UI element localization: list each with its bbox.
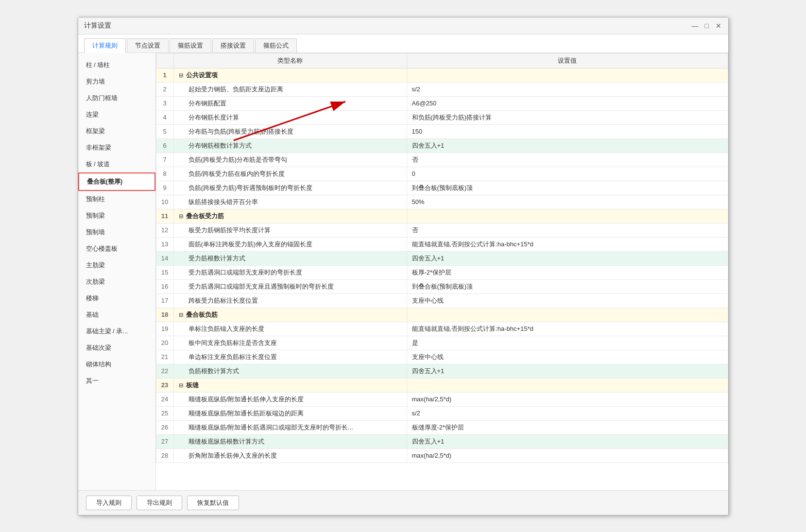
table-row[interactable]: 18 ⊟叠合板负筋 xyxy=(156,308,728,322)
row-value[interactable]: 四舍五入+1 xyxy=(407,138,728,153)
row-value[interactable]: 四舍五入+1 xyxy=(407,364,728,378)
row-value[interactable]: 0 xyxy=(407,167,728,181)
collapse-icon[interactable]: ⊟ xyxy=(179,72,183,78)
table-row[interactable]: 16 受力筋遇洞口或端部无支座且遇预制板时的弯折长度 到叠合板(预制底板)顶 xyxy=(156,279,728,293)
table-row[interactable]: 10 纵筋搭接接头错开百分率 50% xyxy=(156,195,728,209)
collapse-icon[interactable]: ⊟ xyxy=(179,382,183,388)
row-num: 17 xyxy=(156,293,173,308)
row-value[interactable]: 能直锚就直锚,否则按公式计算:ha-bhc+15*d xyxy=(407,322,728,336)
table-row[interactable]: 24 顺缝板底纵筋/附加通长筋伸入支座的长度 max(ha/2,5*d) xyxy=(156,392,728,406)
table-row[interactable]: 11 ⊟叠合板受力筋 xyxy=(156,209,728,223)
row-value[interactable]: s/2 xyxy=(407,82,728,96)
collapse-icon[interactable]: ⊟ xyxy=(179,213,183,219)
import-rules-button[interactable]: 导入规则 xyxy=(86,496,132,510)
sidebar-item-sub-rib[interactable]: 次肋梁 xyxy=(78,274,155,290)
table-row[interactable]: 1 ⊟公共设置项 xyxy=(156,68,728,82)
row-value[interactable]: 板缝厚度-2*保护层 xyxy=(407,420,728,434)
row-value[interactable]: max(ha/2,5*d) xyxy=(407,392,728,406)
sidebar-item-precast-wall[interactable]: 预制墙 xyxy=(78,224,155,240)
table-row[interactable]: 28 折角附加通长筋伸入支座的长度 max(ha/2,5*d) xyxy=(156,448,728,463)
sidebar-item-main-rib[interactable]: 主肋梁 xyxy=(78,257,155,274)
tab-node-settings[interactable]: 节点设置 xyxy=(127,38,169,52)
row-name: 面筋(单标注跨板受力筋)伸入支座的锚固长度 xyxy=(173,237,407,251)
sidebar-item-non-frame-beam[interactable]: 非框架梁 xyxy=(78,139,155,156)
row-value[interactable]: 到叠合板(预制底板)顶 xyxy=(407,279,728,293)
sidebar-item-precast-beam[interactable]: 预制梁 xyxy=(78,207,155,224)
title-bar: 计算设置 — □ ✕ xyxy=(78,17,728,34)
window-controls: — □ ✕ xyxy=(691,22,722,30)
table-row[interactable]: 13 面筋(单标注跨板受力筋)伸入支座的锚固长度 能直锚就直锚,否则按公式计算:… xyxy=(156,237,728,251)
table-row[interactable]: 12 板受力筋钢筋按平均长度计算 否 xyxy=(156,223,728,237)
table-row[interactable]: 9 负筋(跨板受力筋)弯折遇预制板时的弯折长度 到叠合板(预制底板)顶 xyxy=(156,181,728,195)
table-row[interactable]: 26 顺缝板底纵筋/附加通长筋遇洞口或端部无支座时的弯折长... 板缝厚度-2*… xyxy=(156,420,728,434)
tab-lap-settings[interactable]: 搭接设置 xyxy=(212,38,254,52)
sidebar-item-stair[interactable]: 楼梯 xyxy=(78,290,155,307)
row-num: 3 xyxy=(156,96,173,110)
sidebar-item-other[interactable]: 其一 xyxy=(78,373,155,389)
sidebar-item-col-wall[interactable]: 柱 / 墙柱 xyxy=(78,57,155,73)
table-row[interactable]: 6 分布钢筋根数计算方式 四舍五入+1 xyxy=(156,138,728,153)
table-row[interactable]: 22 负筋根数计算方式 四舍五入+1 xyxy=(156,364,728,378)
row-value[interactable]: 板厚-2*保护层 xyxy=(407,265,728,279)
table-row[interactable]: 17 跨板受力筋标注长度位置 支座中心线 xyxy=(156,293,728,308)
row-value[interactable]: 支座中心线 xyxy=(407,293,728,308)
row-value[interactable]: max(ha/2,5*d) xyxy=(407,448,728,463)
row-value[interactable]: 和负筋(跨板受力筋)搭接计算 xyxy=(407,110,728,124)
sidebar-item-shear-wall[interactable]: 剪力墙 xyxy=(78,73,155,90)
tab-stirrup-formula[interactable]: 箍筋公式 xyxy=(255,38,297,52)
table-row[interactable]: 25 顺缝板底纵筋/附加通长筋距板端边的距离 s/2 xyxy=(156,406,728,420)
sidebar-item-coupling-beam[interactable]: 连梁 xyxy=(78,106,155,123)
table-row[interactable]: 15 受力筋遇洞口或端部无支座时的弯折长度 板厚-2*保护层 xyxy=(156,265,728,279)
row-value[interactable]: 四舍五入+1 xyxy=(407,251,728,265)
close-button[interactable]: ✕ xyxy=(715,22,722,30)
maximize-button[interactable]: □ xyxy=(703,22,711,30)
row-num: 26 xyxy=(156,420,173,434)
table-row[interactable]: 20 板中间支座负筋标注是否含支座 是 xyxy=(156,336,728,350)
tab-stirrup-settings[interactable]: 箍筋设置 xyxy=(170,38,211,52)
sidebar-item-civil-defense[interactable]: 人防门框墙 xyxy=(78,90,155,106)
table-row[interactable]: 14 受力筋根数计算方式 四舍五入+1 xyxy=(156,251,728,265)
table-row[interactable]: 4 分布钢筋长度计算 和负筋(跨板受力筋)搭接计算 xyxy=(156,110,728,124)
export-rules-button[interactable]: 导出规则 xyxy=(137,496,182,510)
collapse-icon[interactable]: ⊟ xyxy=(179,312,183,318)
row-num: 9 xyxy=(156,181,173,195)
sidebar-item-masonry[interactable]: 砌体结构 xyxy=(78,356,155,373)
row-value[interactable]: A6@250 xyxy=(407,96,728,110)
table-row[interactable]: 21 单边标注支座负筋标注长度位置 支座中心线 xyxy=(156,350,728,364)
row-num: 28 xyxy=(156,448,173,463)
section-value xyxy=(407,378,728,392)
sidebar-item-composite-slab[interactable]: 叠合板(整厚) xyxy=(78,172,155,191)
table-row[interactable]: 2 起始受力钢筋、负筋距支座边距离 s/2 xyxy=(156,82,728,96)
sidebar-item-foundation-sub-beam[interactable]: 基础次梁 xyxy=(78,340,155,356)
row-value[interactable]: 四舍五入+1 xyxy=(407,434,728,448)
row-value[interactable]: 50% xyxy=(407,195,728,209)
row-value[interactable]: s/2 xyxy=(407,406,728,420)
table-row[interactable]: 8 负筋/跨板受力筋在板内的弯折长度 0 xyxy=(156,167,728,181)
sidebar-item-slab-ramp[interactable]: 板 / 坡道 xyxy=(78,156,155,172)
tab-bar: 计算规则 节点设置 箍筋设置 搭接设置 箍筋公式 xyxy=(78,34,728,53)
table-row[interactable]: 3 分布钢筋配置 A6@250 xyxy=(156,96,728,110)
table-row[interactable]: 27 顺缝板底纵筋根数计算方式 四舍五入+1 xyxy=(156,434,728,448)
row-num: 18 xyxy=(156,308,173,322)
sidebar-item-frame-beam[interactable]: 框架梁 xyxy=(78,123,155,139)
section-name: ⊟公共设置项 xyxy=(173,68,407,82)
minimize-button[interactable]: — xyxy=(691,22,699,30)
sidebar-item-foundation[interactable]: 基础 xyxy=(78,307,155,323)
row-value[interactable]: 到叠合板(预制底板)顶 xyxy=(407,181,728,195)
table-row[interactable]: 19 单标注负筋锚入支座的长度 能直锚就直锚,否则按公式计算:ha-bhc+15… xyxy=(156,322,728,336)
restore-defaults-button[interactable]: 恢复默认值 xyxy=(187,496,239,510)
row-value[interactable]: 否 xyxy=(407,153,728,167)
row-value[interactable]: 150 xyxy=(407,124,728,138)
tab-calc-rules[interactable]: 计算规则 xyxy=(84,38,126,53)
row-value[interactable]: 否 xyxy=(407,223,728,237)
row-value[interactable]: 支座中心线 xyxy=(407,350,728,364)
table-row[interactable]: 23 ⊟板缝 xyxy=(156,378,728,392)
row-value[interactable]: 能直锚就直锚,否则按公式计算:ha-bhc+15*d xyxy=(407,237,728,251)
table-row[interactable]: 5 分布筋与负筋(跨板受力筋)的搭接长度 150 xyxy=(156,124,728,138)
row-value[interactable]: 是 xyxy=(407,336,728,350)
sidebar-item-hollow-slab[interactable]: 空心楼盖板 xyxy=(78,240,155,257)
sidebar-item-foundation-main-beam[interactable]: 基础主梁 / 承... xyxy=(78,323,155,340)
table-row[interactable]: 7 负筋(跨板受力筋)分布筋是否带弯勾 否 xyxy=(156,153,728,167)
sidebar-item-precast-col[interactable]: 预制柱 xyxy=(78,191,155,207)
row-num: 12 xyxy=(156,223,173,237)
